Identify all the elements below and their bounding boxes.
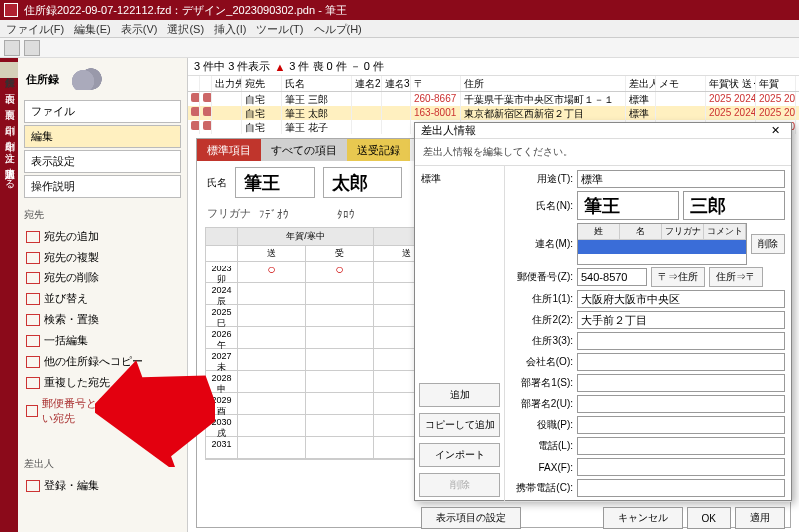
vertical-tabs: 住所録 表面 裏面 印刷 印刷を注文 追加購入する: [0, 58, 18, 532]
input-fax[interactable]: [577, 458, 785, 476]
input-addr2[interactable]: [577, 311, 785, 329]
dialog-form: 用途(T): 氏名(N): 連名(M): 姓名フリガナコメント 削除 郵便番号(…: [505, 166, 791, 501]
section-sender: 差出人: [24, 457, 181, 471]
btn-apply[interactable]: 適用: [735, 507, 785, 529]
close-icon[interactable]: ✕: [765, 124, 785, 137]
dest-zipwarn[interactable]: 郵便番号と住所が一致しない宛先: [24, 393, 181, 429]
btn-display-settings[interactable]: 表示項目の設定: [421, 507, 521, 529]
dest-other[interactable]: その他: [24, 433, 181, 447]
table-row[interactable]: 自宅筆王 太郎163-8001東京都新宿区西新宿２丁目標準2025 2024 N…: [188, 106, 799, 120]
batch-icon: [26, 335, 40, 347]
menu-edit[interactable]: 編集(E): [74, 22, 111, 35]
copy-icon: [26, 252, 40, 264]
btn-delete-renmei[interactable]: 削除: [751, 234, 785, 254]
btn-cancel[interactable]: キャンセル: [603, 507, 683, 529]
dup-icon: [26, 377, 40, 389]
count-bar: 3 件中 3 件表示 ▲ 3 件 喪 0 件 － 0 件: [188, 58, 799, 76]
btn-ok[interactable]: OK: [687, 507, 731, 529]
btn-display[interactable]: 表示設定: [24, 150, 181, 173]
input-addr1[interactable]: [577, 290, 785, 308]
sender-edit[interactable]: 登録・編集: [24, 475, 181, 496]
renmei-table[interactable]: 姓名フリガナコメント: [577, 223, 747, 265]
dest-copy[interactable]: 宛先の複製: [24, 247, 181, 267]
input-zip[interactable]: [577, 268, 647, 286]
dialog-footer: 表示項目の設定 キャンセル OK 適用: [415, 501, 791, 532]
input-tel[interactable]: [577, 437, 785, 455]
input-sender-sei[interactable]: [577, 191, 679, 220]
btn-copy-add[interactable]: コピーして追加: [419, 413, 500, 437]
label-name: 氏名: [207, 176, 227, 190]
input-sender-mei[interactable]: [683, 191, 785, 220]
btn-import[interactable]: インポート: [419, 443, 500, 467]
count-total: 3 件中 3 件表示: [194, 59, 270, 74]
cloud-icon: [67, 68, 107, 90]
vtab-front[interactable]: 表面: [0, 78, 18, 94]
section-dest: 宛先: [24, 208, 181, 222]
input-sei[interactable]: [235, 167, 315, 198]
dialog-left-pane: 標準 追加 コピーして追加 インポート 削除: [415, 166, 505, 501]
table-row[interactable]: 自宅筆王 三郎260-8667千葉県千葉市中央区市場町１－１標準2025 202…: [188, 92, 799, 106]
input-purpose[interactable]: [577, 170, 785, 188]
menu-file[interactable]: ファイル(F): [6, 22, 64, 35]
btn-delete-sender: 削除: [419, 473, 500, 497]
sort-icon: [26, 293, 40, 305]
dest-add[interactable]: 宛先の追加: [24, 226, 181, 247]
add-icon: [26, 231, 40, 243]
delete-icon: [26, 272, 40, 284]
btn-addr-to-zip[interactable]: 住所⇒〒: [709, 267, 763, 287]
input-dept2[interactable]: [577, 395, 785, 413]
label-furigana: フリガナ: [207, 206, 251, 221]
btn-file[interactable]: ファイル: [24, 100, 181, 123]
search-icon: [26, 314, 40, 326]
redo-icon[interactable]: [24, 40, 40, 56]
sender-dialog: 差出人情報 ✕ 差出人情報を編集してください。 標準 追加 コピーして追加 イン…: [414, 122, 792, 501]
dest-sort[interactable]: 並び替え: [24, 288, 181, 309]
sender-icon: [26, 480, 40, 492]
menu-view[interactable]: 表示(V): [121, 22, 158, 35]
app-icon: [4, 3, 18, 17]
vtab-addressbook[interactable]: 住所録: [0, 62, 18, 78]
dest-batch[interactable]: 一括編集: [24, 330, 181, 351]
tab-standard[interactable]: 標準項目: [197, 139, 261, 161]
undo-icon[interactable]: [4, 40, 20, 56]
menu-help[interactable]: ヘルプ(H): [314, 22, 362, 35]
vtab-print[interactable]: 印刷: [0, 110, 18, 126]
menu-select[interactable]: 選択(S): [167, 22, 204, 35]
btn-zip-to-addr[interactable]: 〒⇒住所: [651, 267, 705, 287]
vtab-order[interactable]: 印刷を注文: [0, 126, 18, 153]
flag-icon: ▲: [274, 61, 285, 73]
input-role[interactable]: [577, 416, 785, 434]
input-mobile[interactable]: [577, 479, 785, 497]
dest-delete[interactable]: 宛先の削除: [24, 267, 181, 288]
input-mei[interactable]: [323, 167, 402, 198]
dialog-titlebar: 差出人情報 ✕: [415, 123, 791, 139]
window-title: 住所録2022-09-07-122112.fzd：デザイン_2023090302…: [24, 3, 347, 18]
vtab-back[interactable]: 裏面: [0, 94, 18, 110]
sender-list-item[interactable]: 標準: [419, 170, 500, 188]
tab-all[interactable]: すべての項目: [261, 139, 347, 161]
copyto-icon: [26, 356, 40, 368]
input-addr3[interactable]: [577, 332, 785, 350]
tab-sendrecv[interactable]: 送受記録: [347, 139, 410, 161]
menu-tools[interactable]: ツール(T): [256, 22, 303, 35]
btn-manual[interactable]: 操作説明: [24, 175, 181, 198]
toolbar: [0, 38, 799, 58]
btn-edit[interactable]: 編集: [24, 125, 181, 148]
dialog-message: 差出人情報を編集してください。: [415, 139, 791, 165]
menu-insert[interactable]: 挿入(I): [214, 22, 246, 35]
main-menu: ファイル(F) 編集(E) 表示(V) 選択(S) 挿入(I) ツール(T) ヘ…: [0, 20, 799, 38]
dest-copyto[interactable]: 他の住所録へコピー: [24, 351, 181, 372]
warn-icon: [26, 405, 38, 417]
input-dept1[interactable]: [577, 374, 785, 392]
grid-header: 出力先宛先 氏名連名2 連名3〒 住所差出人 メモ年賀状 送‥ 年賀: [188, 76, 799, 92]
dest-dup[interactable]: 重複した宛先: [24, 372, 181, 393]
dest-search[interactable]: 検索・置換: [24, 309, 181, 330]
sidebar-title: 住所録: [26, 68, 179, 90]
dialog-title: 差出人情報: [421, 123, 476, 138]
count-sub: 3 件 喪 0 件 － 0 件: [289, 59, 384, 74]
vtab-purchase[interactable]: 追加購入する: [0, 153, 18, 191]
input-company[interactable]: [577, 353, 785, 371]
window-titlebar: 住所録2022-09-07-122112.fzd：デザイン_2023090302…: [0, 0, 799, 20]
btn-add-sender[interactable]: 追加: [419, 383, 500, 407]
sidebar: 住所録 ファイル 編集 表示設定 操作説明 宛先 宛先の追加 宛先の複製 宛先の…: [18, 58, 188, 532]
